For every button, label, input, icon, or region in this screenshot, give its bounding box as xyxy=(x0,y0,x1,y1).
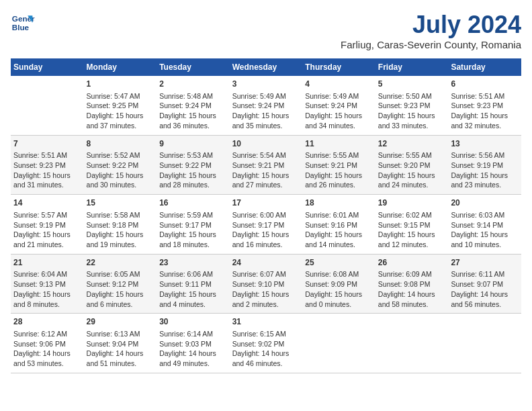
day-info: Sunrise: 5:51 AMSunset: 9:23 PMDaylight:… xyxy=(451,91,519,131)
day-number: 13 xyxy=(451,138,519,150)
calendar-cell: 19Sunrise: 6:02 AMSunset: 9:15 PMDayligh… xyxy=(375,195,449,255)
calendar-cell: 8Sunrise: 5:52 AMSunset: 9:22 PMDaylight… xyxy=(84,135,157,195)
calendar-cell xyxy=(448,314,521,373)
day-info: Sunrise: 5:56 AMSunset: 9:19 PMDaylight:… xyxy=(451,150,519,190)
day-number: 28 xyxy=(13,316,81,328)
subtitle: Farliug, Caras-Severin County, Romania xyxy=(341,39,521,50)
calendar-header: SundayMondayTuesdayWednesdayThursdayFrid… xyxy=(11,58,521,76)
day-info: Sunrise: 5:59 AMSunset: 9:17 PMDaylight:… xyxy=(159,210,227,250)
day-info: Sunrise: 5:55 AMSunset: 9:20 PMDaylight:… xyxy=(378,150,446,190)
svg-text:Blue: Blue xyxy=(12,23,30,32)
day-info: Sunrise: 5:49 AMSunset: 9:24 PMDaylight:… xyxy=(305,91,373,131)
main-title: July 2024 xyxy=(341,11,521,39)
calendar-cell: 29Sunrise: 6:13 AMSunset: 9:04 PMDayligh… xyxy=(84,314,157,373)
day-number: 4 xyxy=(305,79,373,90)
day-number: 22 xyxy=(87,257,154,269)
calendar-cell: 22Sunrise: 6:05 AMSunset: 9:12 PMDayligh… xyxy=(84,254,157,314)
day-info: Sunrise: 5:49 AMSunset: 9:24 PMDaylight:… xyxy=(232,91,300,131)
day-number: 8 xyxy=(87,138,154,150)
day-header-monday: Monday xyxy=(84,58,157,76)
calendar-cell: 12Sunrise: 5:55 AMSunset: 9:20 PMDayligh… xyxy=(375,135,449,195)
calendar-cell xyxy=(11,76,84,135)
day-number: 23 xyxy=(159,257,227,269)
calendar-cell: 30Sunrise: 6:14 AMSunset: 9:03 PMDayligh… xyxy=(157,314,230,373)
day-number: 18 xyxy=(305,197,373,209)
calendar-cell: 16Sunrise: 5:59 AMSunset: 9:17 PMDayligh… xyxy=(157,195,230,255)
day-number: 30 xyxy=(159,316,227,328)
day-info: Sunrise: 6:13 AMSunset: 9:04 PMDaylight:… xyxy=(87,329,154,369)
day-info: Sunrise: 5:55 AMSunset: 9:21 PMDaylight:… xyxy=(305,150,373,190)
calendar-cell: 28Sunrise: 6:12 AMSunset: 9:06 PMDayligh… xyxy=(11,314,84,373)
calendar-cell: 11Sunrise: 5:55 AMSunset: 9:21 PMDayligh… xyxy=(302,135,375,195)
calendar-cell: 1Sunrise: 5:47 AMSunset: 9:25 PMDaylight… xyxy=(84,76,157,135)
week-row: 28Sunrise: 6:12 AMSunset: 9:06 PMDayligh… xyxy=(11,314,521,373)
day-info: Sunrise: 6:03 AMSunset: 9:14 PMDaylight:… xyxy=(451,210,519,250)
day-number: 9 xyxy=(159,138,227,150)
day-number: 6 xyxy=(451,79,519,90)
day-number: 7 xyxy=(13,138,81,150)
day-header-friday: Friday xyxy=(375,58,449,76)
week-row: 7Sunrise: 5:51 AMSunset: 9:23 PMDaylight… xyxy=(11,135,521,195)
calendar-cell: 7Sunrise: 5:51 AMSunset: 9:23 PMDaylight… xyxy=(11,135,84,195)
day-info: Sunrise: 5:52 AMSunset: 9:22 PMDaylight:… xyxy=(87,150,154,190)
calendar-cell: 2Sunrise: 5:48 AMSunset: 9:24 PMDaylight… xyxy=(157,76,230,135)
week-row: 1Sunrise: 5:47 AMSunset: 9:25 PMDaylight… xyxy=(11,76,521,135)
day-info: Sunrise: 6:06 AMSunset: 9:11 PMDaylight:… xyxy=(159,269,227,309)
day-header-saturday: Saturday xyxy=(448,58,521,76)
day-number: 11 xyxy=(305,138,373,150)
day-info: Sunrise: 6:09 AMSunset: 9:08 PMDaylight:… xyxy=(378,269,446,309)
day-number: 15 xyxy=(87,197,154,209)
calendar-cell: 5Sunrise: 5:50 AMSunset: 9:23 PMDaylight… xyxy=(375,76,449,135)
week-row: 14Sunrise: 5:57 AMSunset: 9:19 PMDayligh… xyxy=(11,195,521,255)
day-number: 1 xyxy=(87,79,154,90)
day-info: Sunrise: 5:54 AMSunset: 9:21 PMDaylight:… xyxy=(232,150,300,190)
day-info: Sunrise: 6:07 AMSunset: 9:10 PMDaylight:… xyxy=(232,269,300,309)
day-header-sunday: Sunday xyxy=(11,58,84,76)
day-info: Sunrise: 6:15 AMSunset: 9:02 PMDaylight:… xyxy=(232,329,300,369)
calendar-cell: 23Sunrise: 6:06 AMSunset: 9:11 PMDayligh… xyxy=(157,254,230,314)
day-number: 16 xyxy=(159,197,227,209)
calendar-cell: 24Sunrise: 6:07 AMSunset: 9:10 PMDayligh… xyxy=(230,254,303,314)
calendar-cell: 3Sunrise: 5:49 AMSunset: 9:24 PMDaylight… xyxy=(230,76,303,135)
calendar-body: 1Sunrise: 5:47 AMSunset: 9:25 PMDaylight… xyxy=(11,76,521,373)
day-header-thursday: Thursday xyxy=(302,58,375,76)
day-info: Sunrise: 5:58 AMSunset: 9:18 PMDaylight:… xyxy=(87,210,154,250)
calendar-cell xyxy=(302,314,375,373)
day-number: 21 xyxy=(13,257,81,269)
day-number: 12 xyxy=(378,138,446,150)
calendar-table: SundayMondayTuesdayWednesdayThursdayFrid… xyxy=(11,58,521,373)
day-info: Sunrise: 6:01 AMSunset: 9:16 PMDaylight:… xyxy=(305,210,373,250)
logo-icon: General Blue xyxy=(11,11,35,35)
day-header-tuesday: Tuesday xyxy=(157,58,230,76)
day-number: 5 xyxy=(378,79,446,90)
calendar-cell: 31Sunrise: 6:15 AMSunset: 9:02 PMDayligh… xyxy=(230,314,303,373)
day-number: 20 xyxy=(451,197,519,209)
logo: General Blue xyxy=(11,11,35,35)
day-number: 31 xyxy=(232,316,300,328)
calendar-cell: 4Sunrise: 5:49 AMSunset: 9:24 PMDaylight… xyxy=(302,76,375,135)
day-number: 29 xyxy=(87,316,154,328)
calendar-cell: 26Sunrise: 6:09 AMSunset: 9:08 PMDayligh… xyxy=(375,254,449,314)
day-number: 19 xyxy=(378,197,446,209)
day-info: Sunrise: 5:53 AMSunset: 9:22 PMDaylight:… xyxy=(159,150,227,190)
calendar-cell: 18Sunrise: 6:01 AMSunset: 9:16 PMDayligh… xyxy=(302,195,375,255)
week-row: 21Sunrise: 6:04 AMSunset: 9:13 PMDayligh… xyxy=(11,254,521,314)
page-header: General Blue July 2024 Farliug, Caras-Se… xyxy=(11,11,521,50)
day-info: Sunrise: 5:50 AMSunset: 9:23 PMDaylight:… xyxy=(378,91,446,131)
day-info: Sunrise: 6:00 AMSunset: 9:17 PMDaylight:… xyxy=(232,210,300,250)
calendar-cell: 9Sunrise: 5:53 AMSunset: 9:22 PMDaylight… xyxy=(157,135,230,195)
day-info: Sunrise: 5:48 AMSunset: 9:24 PMDaylight:… xyxy=(159,91,227,131)
day-number: 14 xyxy=(13,197,81,209)
calendar-cell: 25Sunrise: 6:08 AMSunset: 9:09 PMDayligh… xyxy=(302,254,375,314)
day-number: 3 xyxy=(232,79,300,90)
day-number: 27 xyxy=(451,257,519,269)
title-area: July 2024 Farliug, Caras-Severin County,… xyxy=(341,11,521,50)
day-info: Sunrise: 6:05 AMSunset: 9:12 PMDaylight:… xyxy=(87,269,154,309)
day-info: Sunrise: 6:02 AMSunset: 9:15 PMDaylight:… xyxy=(378,210,446,250)
calendar-cell xyxy=(375,314,449,373)
day-number: 2 xyxy=(159,79,227,90)
day-info: Sunrise: 5:47 AMSunset: 9:25 PMDaylight:… xyxy=(87,91,154,131)
calendar-cell: 27Sunrise: 6:11 AMSunset: 9:07 PMDayligh… xyxy=(448,254,521,314)
day-info: Sunrise: 6:08 AMSunset: 9:09 PMDaylight:… xyxy=(305,269,373,309)
day-number: 25 xyxy=(305,257,373,269)
